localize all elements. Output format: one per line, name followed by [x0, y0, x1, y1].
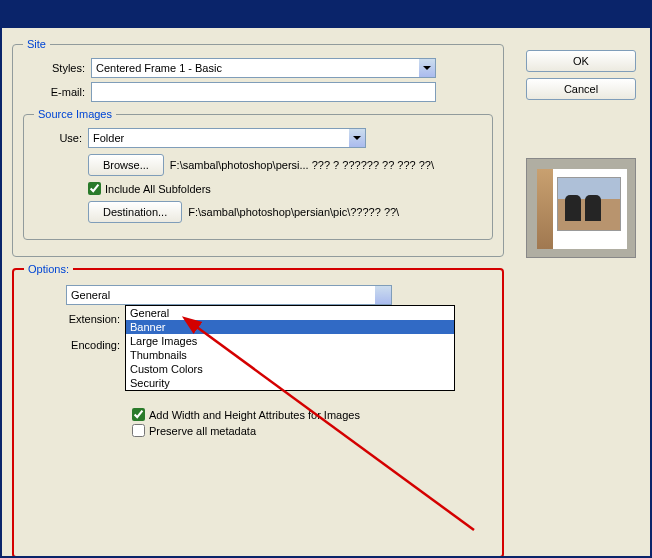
cancel-button[interactable]: Cancel	[526, 78, 636, 100]
destination-button[interactable]: Destination...	[88, 201, 182, 223]
options-dropdown-list[interactable]: General Banner Large Images Thumbnails C…	[125, 305, 455, 391]
dropdown-opt-banner[interactable]: Banner	[126, 320, 454, 334]
preview-sidebar	[537, 169, 553, 249]
extension-label: Extension:	[24, 313, 120, 325]
options-legend: Options:	[24, 263, 73, 275]
include-subfolders-label: Include All Subfolders	[105, 183, 211, 195]
dropdown-opt-security[interactable]: Security	[126, 376, 454, 390]
encoding-label: Encoding:	[24, 339, 120, 351]
preserve-checkbox[interactable]	[132, 424, 145, 437]
dropdown-opt-thumbs[interactable]: Thumbnails	[126, 348, 454, 362]
use-label: Use:	[34, 132, 82, 144]
preview-person-1	[565, 195, 581, 221]
email-label: E-mail:	[23, 86, 85, 98]
include-subfolders-checkbox[interactable]	[88, 182, 101, 195]
site-legend: Site	[23, 38, 50, 50]
dropdown-opt-general[interactable]: General	[126, 306, 454, 320]
ok-button[interactable]: OK	[526, 50, 636, 72]
options-fieldset: Options: General Extension: .htm Encodin…	[12, 263, 504, 558]
styles-label: Styles:	[23, 62, 85, 74]
use-select[interactable]: Folder	[88, 128, 366, 148]
preserve-label: Preserve all metadata	[149, 425, 256, 437]
addwh-checkbox[interactable]	[132, 408, 145, 421]
email-input[interactable]	[91, 82, 436, 102]
addwh-label: Add Width and Height Attributes for Imag…	[149, 409, 360, 421]
source-legend: Source Images	[34, 108, 116, 120]
destination-path: F:\sambal\photoshop\persian\pic\????? ??…	[188, 206, 399, 218]
browse-button[interactable]: Browse...	[88, 154, 164, 176]
options-select[interactable]: General	[66, 285, 392, 305]
preview-thumbnail	[526, 158, 636, 258]
preview-person-2	[585, 195, 601, 221]
source-fieldset: Source Images Use: Folder Browse... F:\s…	[23, 108, 493, 240]
styles-select[interactable]: Centered Frame 1 - Basic	[91, 58, 436, 78]
browse-path: F:\sambal\photoshop\persi... ??? ? ?????…	[170, 159, 434, 171]
dropdown-opt-colors[interactable]: Custom Colors	[126, 362, 454, 376]
site-fieldset: Site Styles: Centered Frame 1 - Basic E-…	[12, 38, 504, 257]
dropdown-opt-large[interactable]: Large Images	[126, 334, 454, 348]
